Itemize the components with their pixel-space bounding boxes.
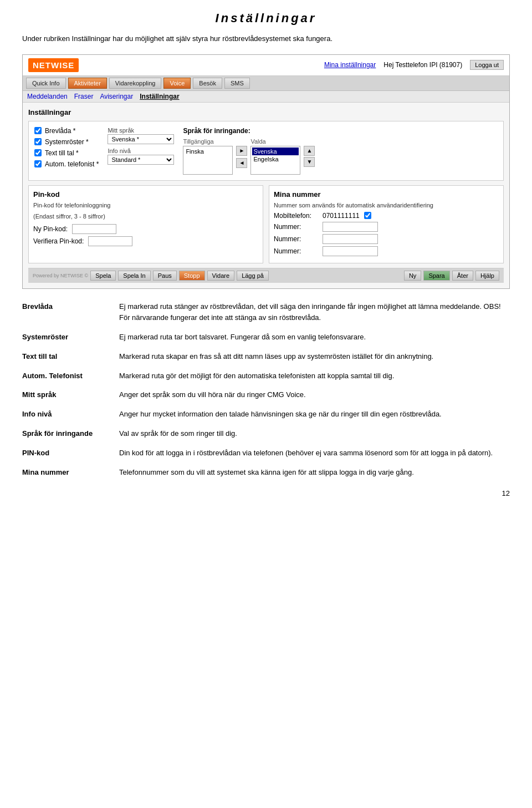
desc-term-mina-nummer: Mina nummer [22, 467, 108, 479]
mobiltelefon-checkbox[interactable] [364, 212, 371, 219]
toolbar-lagg-pa[interactable]: Lägg på [237, 271, 269, 281]
desc-row-pin-kod: PIN-kod Din kod för att logga in i röstb… [22, 448, 510, 459]
verifiera-pin-input[interactable] [88, 236, 132, 246]
intro-text: Under rubriken Inställningar har du möjl… [22, 33, 510, 44]
pin-desc-line1: Pin-kod för telefoninloggning [33, 202, 258, 209]
nav-aktiviteter[interactable]: Aktiviteter [68, 78, 107, 89]
tillgangliga-label: Tillgängliga [183, 138, 233, 145]
arrow-up-btn[interactable]: ▲ [304, 146, 315, 156]
settings-section-title: Inställningar [28, 108, 504, 116]
desc-def-mina-nummer: Telefonnummer som du vill att systemet s… [119, 467, 510, 479]
mina-nummer-title: Mina nummer [274, 190, 499, 199]
tillgangliga-listbox[interactable]: Finska [183, 146, 233, 175]
ny-pin-label: Ny Pin-kod: [33, 225, 68, 233]
subnav-installningar[interactable]: Inställningar [140, 93, 179, 100]
up-down-arrows: ▲ ▼ [304, 146, 315, 167]
desc-def-text-till-tal: Markerad ruta skapar en fras så att ditt… [119, 351, 510, 363]
nav-vidarekoppling[interactable]: Vidarekoppling [109, 78, 162, 89]
screenshot-box: NETWISE Mina inställningar Hej Testtelef… [22, 54, 510, 289]
verifiera-pin-row: Verifiera Pin-kod: [33, 236, 258, 246]
valda-option-engelska[interactable]: Engelska [252, 155, 299, 163]
checkbox-brevlada-input[interactable] [34, 127, 42, 134]
main-content: Inställningar Brevlåda * Systemröster * … [23, 103, 509, 288]
logout-button[interactable]: Logga ut [470, 60, 504, 70]
desc-def-pin-kod: Din kod för att logga in i röstbrevlådan… [119, 448, 510, 459]
lang-arrows: ► ◄ [236, 146, 247, 168]
toolbar-hjalp[interactable]: Hjälp [475, 271, 499, 281]
valda-option-svenska[interactable]: Svenska [252, 148, 299, 155]
checkboxes-col: Brevlåda * Systemröster * Text till tal … [34, 127, 99, 175]
nummer-row-2: Nummer: [274, 234, 499, 244]
page-number: 12 [22, 489, 510, 497]
desc-row-brevlada: Brevlåda Ej markerad ruta stänger av rös… [22, 301, 510, 324]
nummer-input-1[interactable] [323, 222, 378, 232]
nummer-input-2[interactable] [323, 234, 378, 244]
nav-voice[interactable]: Voice [163, 78, 191, 89]
header-right: Mina inställningar Hej Testtelefon IPI (… [324, 60, 504, 70]
mitt-sprak-group: Mitt språk Svenska * [108, 127, 174, 144]
checkbox-brevlada: Brevlåda * [34, 127, 99, 135]
info-niva-label: Info nivå [108, 148, 174, 154]
checkbox-text-till-tal: Text till tal * [34, 149, 99, 157]
toolbar-spela-in[interactable]: Spela In [118, 271, 150, 281]
checkbox-autom-telefonist-input[interactable] [34, 160, 42, 167]
toolbar-stopp[interactable]: Stopp [179, 271, 205, 281]
checkbox-autom-telefonist: Autom. telefonist * [34, 160, 99, 168]
subnav-aviseringar[interactable]: Aviseringar [100, 93, 133, 100]
lang-grid: Tillgängliga Finska ► ◄ Valda Svenska E [183, 138, 315, 175]
toolbar: Powered by NETWISE © Spela Spela In Paus… [28, 268, 504, 283]
nav-quick-info[interactable]: Quick Info [26, 78, 66, 89]
checkbox-text-till-tal-input[interactable] [34, 149, 42, 156]
tillgangliga-option-finska[interactable]: Finska [185, 148, 231, 155]
toolbar-spara[interactable]: Spara [423, 271, 449, 281]
pin-desc-line2: (Endast siffror, 3 - 8 siffror) [33, 213, 258, 220]
verifiera-pin-label: Verifiera Pin-kod: [33, 237, 84, 245]
desc-def-autom-telefonist: Markerad ruta gör det möjligt för den au… [119, 370, 510, 382]
valda-label: Valda [250, 138, 300, 145]
checkbox-autom-telefonist-label: Autom. telefonist * [45, 160, 99, 168]
desc-def-mitt-sprak: Anger det språk som du vill höra när du … [119, 389, 510, 401]
mitt-sprak-select[interactable]: Svenska * [108, 134, 174, 144]
desc-row-autom-telefonist: Autom. Telefonist Markerad ruta gör det … [22, 370, 510, 382]
toolbar-vidare[interactable]: Vidare [207, 271, 235, 281]
desc-term-brevlada: Brevlåda [22, 301, 108, 324]
ny-pin-row: Ny Pin-kod: [33, 224, 258, 234]
pin-kod-title: Pin-kod [33, 190, 258, 199]
arrow-down-btn[interactable]: ▼ [304, 157, 315, 167]
info-niva-group: Info nivå Standard * [108, 148, 174, 165]
toolbar-paus[interactable]: Paus [153, 271, 177, 281]
nummer-label-1: Nummer: [274, 223, 318, 231]
info-niva-select[interactable]: Standard * [108, 155, 174, 165]
mina-nummer-desc: Nummer som används för automatisk använd… [274, 202, 499, 209]
desc-row-sprak-inringande: Språk för inringande Val av språk för de… [22, 428, 510, 440]
toolbar-ny[interactable]: Ny [404, 271, 421, 281]
ny-pin-input[interactable] [72, 224, 116, 234]
subnav-fraser[interactable]: Fraser [74, 93, 94, 100]
checkbox-systemroster-input[interactable] [34, 138, 42, 145]
checkbox-brevlada-label: Brevlåda * [45, 127, 75, 135]
desc-row-mina-nummer: Mina nummer Telefonnummer som du vill at… [22, 467, 510, 479]
lang-for-inringande-title: Språk för inringande: [183, 127, 315, 135]
desc-term-sprak-inringande: Språk för inringande [22, 428, 108, 440]
nav-sms[interactable]: SMS [224, 78, 250, 89]
nummer-input-3[interactable] [323, 246, 378, 256]
toolbar-spela[interactable]: Spela [90, 271, 116, 281]
desc-row-text-till-tal: Text till tal Markerad ruta skapar en fr… [22, 351, 510, 363]
mobiltelefon-row: Mobiltelefon: 0701111111 [274, 212, 499, 220]
nav-besok[interactable]: Besök [193, 78, 222, 89]
valda-listbox[interactable]: Svenska Engelska [250, 146, 300, 175]
toolbar-ater[interactable]: Åter [452, 271, 473, 281]
arrow-right-btn[interactable]: ► [236, 146, 247, 156]
netwise-logo: NETWISE [28, 58, 79, 72]
subnav-meddelanden[interactable]: Meddelanden [27, 93, 68, 100]
nw-header: NETWISE Mina inställningar Hej Testtelef… [23, 55, 509, 76]
pin-kod-box: Pin-kod Pin-kod för telefoninloggning (E… [28, 185, 263, 263]
arrow-left-btn[interactable]: ◄ [236, 158, 247, 168]
desc-term-pin-kod: PIN-kod [22, 448, 108, 459]
desc-section: Brevlåda Ej markerad ruta stänger av rös… [22, 301, 510, 479]
lang-section: Språk för inringande: Tillgängliga Finsk… [183, 127, 315, 175]
desc-term-text-till-tal: Text till tal [22, 351, 108, 363]
my-settings-link[interactable]: Mina inställningar [324, 61, 376, 69]
desc-row-info-niva: Info nivå Anger hur mycket information d… [22, 409, 510, 420]
powered-text: Powered by NETWISE © [33, 273, 88, 278]
